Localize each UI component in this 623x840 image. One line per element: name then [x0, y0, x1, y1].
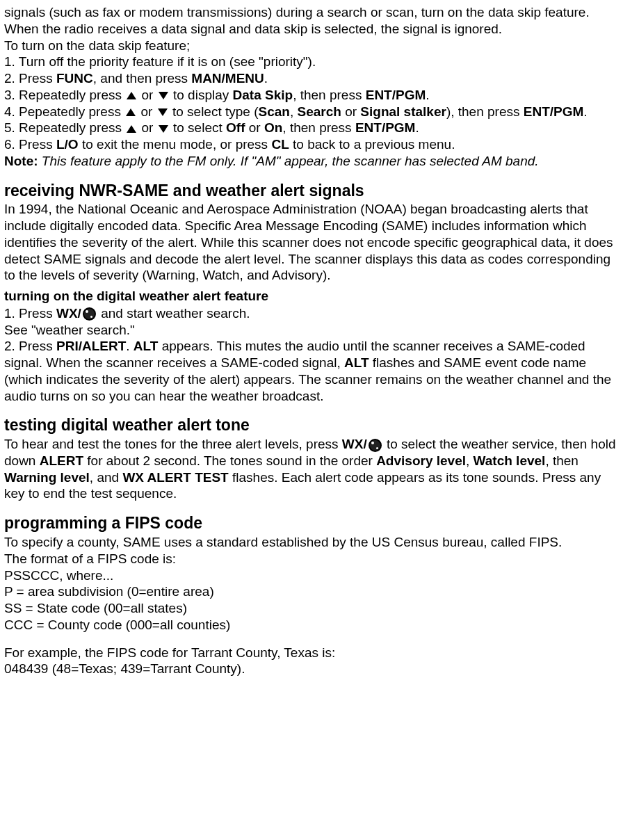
- turnon-see: See "weather search.": [4, 322, 619, 339]
- ent-pgm-key: ENT/PGM: [524, 104, 584, 119]
- watch-level: Watch level: [474, 453, 546, 468]
- advisory-level: Advisory level: [376, 453, 466, 468]
- func-key: FUNC: [56, 71, 93, 86]
- search-option: Search: [298, 104, 341, 119]
- ent-pgm-key: ENT/PGM: [366, 88, 426, 102]
- fips-ccc: CCC = County code (000=all counties): [4, 617, 619, 633]
- fips-intro: To specify a county, SAME uses a standar…: [4, 534, 619, 551]
- nwr-heading: receiving NWR-SAME and weather alert sig…: [4, 181, 619, 202]
- scan-option: Scan: [259, 104, 290, 119]
- man-menu-key: MAN/MENU: [191, 71, 264, 86]
- fips-format: PSSCCC, where...: [4, 567, 619, 584]
- wx-key: WX/: [342, 437, 367, 451]
- turnon-step2: 2. Press PRI/ALERT. ALT appears. This mu…: [4, 338, 619, 404]
- signal-stalker-option: Signal stalker: [360, 104, 446, 119]
- fips-format-label: The format of a FIPS code is:: [4, 551, 619, 567]
- nwr-body: In 1994, the National Oceanic and Aerosp…: [4, 201, 619, 284]
- testing-heading: testing digital weather alert tone: [4, 415, 619, 436]
- step-6: 6. Press L/O to exit the menu mode, or p…: [4, 136, 619, 153]
- down-arrow-icon: [158, 108, 168, 116]
- step-4: 4. Pepeatedly press or to select type (S…: [4, 104, 619, 120]
- globe-icon: [83, 307, 96, 321]
- step-1: 1. Turn off the priority feature if it i…: [4, 54, 619, 70]
- fips-example: 048439 (48=Texas; 439=Tarrant County).: [4, 661, 619, 677]
- globe-icon: [369, 439, 382, 452]
- fips-example-label: For example, the FIPS code for Tarrant C…: [4, 645, 619, 661]
- fips-ss: SS = State code (00=all states): [4, 600, 619, 617]
- data-skip-label: Data Skip: [233, 88, 293, 102]
- warning-level: Warning level: [4, 470, 90, 485]
- pri-alert-key: PRI/ALERT: [56, 339, 126, 353]
- note-text: This feature apply to the FM only. If "A…: [38, 154, 539, 168]
- up-arrow-icon: [126, 108, 136, 116]
- testing-body: To hear and test the tones for the three…: [4, 436, 619, 502]
- ent-pgm-key: ENT/PGM: [355, 120, 416, 135]
- cl-key: CL: [271, 137, 289, 152]
- step-5: 5. Repeatedly press or to select Off or …: [4, 120, 619, 136]
- wx-key: WX/: [56, 306, 81, 321]
- on-option: On: [264, 120, 282, 135]
- alt-label: ALT: [134, 339, 159, 353]
- note-line: Note: This feature apply to the FM only.…: [4, 153, 619, 170]
- turnon-heading: turning on the digital weather alert fea…: [4, 288, 619, 305]
- intro-instruction: To turn on the data skip feature;: [4, 38, 619, 54]
- down-arrow-icon: [159, 92, 168, 99]
- up-arrow-icon: [127, 92, 136, 99]
- intro-paragraph: signals (such as fax or modem transmissi…: [4, 4, 619, 38]
- wx-alert-test: WX ALERT TEST: [122, 470, 228, 485]
- note-label: Note:: [4, 154, 38, 168]
- fips-heading: programming a FIPS code: [4, 513, 619, 534]
- turnon-step1: 1. Press WX/ and start weather search.: [4, 305, 619, 322]
- step-2: 2. Press FUNC, and then press MAN/MENU.: [4, 70, 619, 87]
- up-arrow-icon: [127, 125, 136, 133]
- alt-label: ALT: [344, 355, 369, 370]
- alert-key: ALERT: [40, 453, 83, 468]
- down-arrow-icon: [159, 125, 168, 133]
- lo-key: L/O: [56, 137, 79, 152]
- step-3: 3. Repeatedly press or to display Data S…: [4, 87, 619, 104]
- off-option: Off: [226, 120, 245, 135]
- fips-p: P = area subdivision (0=entire area): [4, 583, 619, 600]
